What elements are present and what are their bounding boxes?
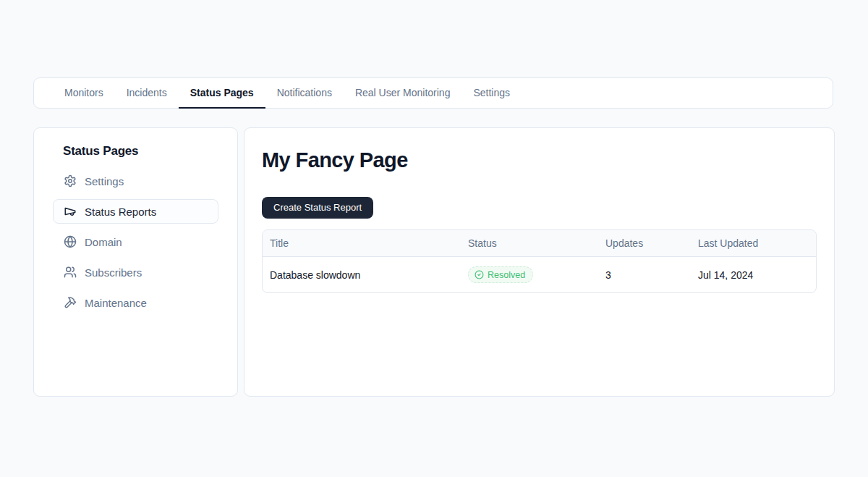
sidebar-item-settings[interactable]: Settings <box>53 169 218 193</box>
sidebar-item-label: Subscribers <box>85 266 142 279</box>
table-row[interactable]: Database slowdown Resolved 3 Jul 14, 202… <box>263 257 816 292</box>
gear-icon <box>64 174 77 187</box>
report-title-cell: Database slowdown <box>263 257 461 292</box>
report-last-updated-cell: Jul 14, 2024 <box>691 257 816 292</box>
tab-status-pages[interactable]: Status Pages <box>179 78 265 109</box>
tab-notifications[interactable]: Notifications <box>265 78 344 109</box>
sidebar-item-label: Maintenance <box>85 297 147 309</box>
sidebar-item-label: Status Reports <box>85 206 156 218</box>
report-status-cell: Resolved <box>461 257 598 292</box>
status-badge-label: Resolved <box>488 270 525 280</box>
column-header-last-updated: Last Updated <box>691 230 816 257</box>
globe-icon <box>64 235 77 248</box>
column-header-title: Title <box>263 230 461 257</box>
table-header-row: Title Status Updates Last Updated <box>263 230 816 257</box>
status-badge: Resolved <box>468 266 533 283</box>
check-circle-icon <box>475 270 484 279</box>
tab-monitors[interactable]: Monitors <box>53 78 115 109</box>
tab-settings[interactable]: Settings <box>461 78 522 109</box>
sidebar-item-subscribers[interactable]: Subscribers <box>53 260 218 284</box>
page-title: My Fancy Page <box>262 148 817 173</box>
status-reports-table: Title Status Updates Last Updated Databa… <box>262 229 817 293</box>
tab-incidents[interactable]: Incidents <box>115 78 179 109</box>
create-status-report-button[interactable]: Create Status Report <box>262 197 373 219</box>
sidebar-item-label: Domain <box>85 236 122 248</box>
sidebar-item-maintenance[interactable]: Maintenance <box>53 290 218 315</box>
status-pages-sidebar: Status Pages Settings Status Reports Dom… <box>33 127 238 397</box>
hammer-icon <box>64 296 77 309</box>
tab-real-user-monitoring[interactable]: Real User Monitoring <box>344 78 462 109</box>
status-page-panel: My Fancy Page Create Status Report Title… <box>244 127 835 397</box>
top-navigation: Monitors Incidents Status Pages Notifica… <box>33 77 833 109</box>
sidebar-item-status-reports[interactable]: Status Reports <box>53 199 218 224</box>
sidebar-title: Status Pages <box>63 144 218 159</box>
sidebar-item-domain[interactable]: Domain <box>53 229 218 254</box>
column-header-updates: Updates <box>598 230 691 257</box>
column-header-status: Status <box>461 230 598 257</box>
sidebar-item-label: Settings <box>85 175 124 187</box>
users-icon <box>64 266 77 279</box>
megaphone-icon <box>64 205 77 218</box>
report-updates-cell: 3 <box>598 257 691 292</box>
